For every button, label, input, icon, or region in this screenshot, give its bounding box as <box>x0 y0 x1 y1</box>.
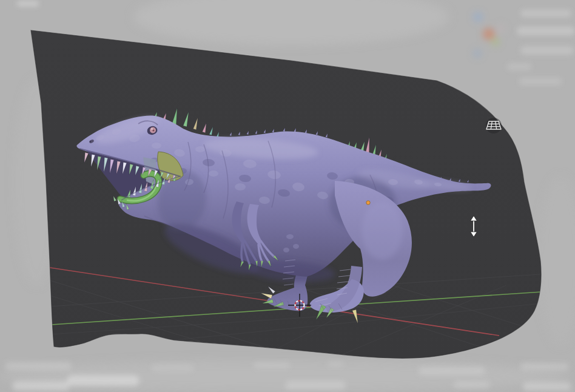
object-origin-dot <box>366 201 370 204</box>
blurred-ui-smudge <box>17 1 39 6</box>
blurred-ui-smudge <box>5 362 72 370</box>
nav-gizmo-blur-blob <box>496 24 506 33</box>
blurred-ui-smudge <box>254 362 290 368</box>
blurred-ui-smudge <box>520 46 574 55</box>
blurred-ui-smudge <box>519 78 562 85</box>
blurred-ui-smudge <box>67 375 140 386</box>
blurred-ui-smudge <box>285 381 346 390</box>
nav-gizmo-blur-blob <box>473 12 483 22</box>
skin-bump <box>235 183 246 191</box>
nav-gizmo-blur-blob <box>483 28 495 40</box>
blurred-ui-smudge <box>454 381 490 388</box>
grid-overlay-button[interactable] <box>486 118 502 133</box>
nav-gizmo-blur-blob <box>473 49 482 58</box>
blurred-ui-smudge <box>152 364 194 371</box>
blurred-ui-smudge <box>419 367 485 375</box>
skin-bump <box>195 146 205 152</box>
blurred-ui-smudge <box>520 10 571 17</box>
blurred-ui-smudge <box>328 362 343 367</box>
skin-bump <box>152 143 161 149</box>
blender-viewport-screenshot <box>0 0 575 392</box>
blurred-ui-smudge <box>517 27 575 35</box>
blurred-ui-smudge <box>523 382 571 391</box>
skin-bump <box>293 244 299 249</box>
blurred-ui-smudge <box>520 363 569 370</box>
viewport-canvas <box>0 0 575 392</box>
blurred-ui-smudge <box>12 381 70 391</box>
skin-bump <box>283 248 289 252</box>
skin-bump <box>286 234 294 239</box>
nav-gizmo-blur-blob <box>491 38 500 46</box>
blurred-ui-smudge <box>507 63 531 70</box>
skin-bump <box>209 171 218 177</box>
